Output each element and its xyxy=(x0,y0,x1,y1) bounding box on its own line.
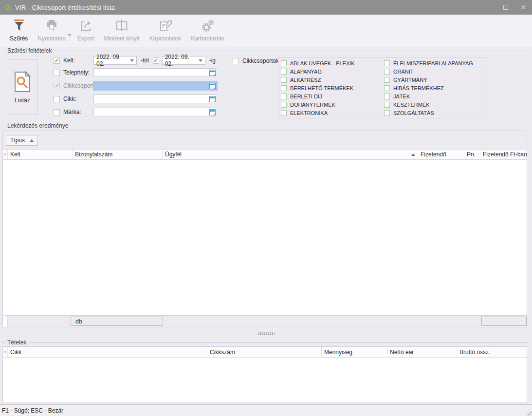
cikk-label: Cikk: xyxy=(63,95,93,102)
filter-row-marka: Márka: xyxy=(54,108,217,116)
results-grid-panel: Típus Kelt Bizonylatszám Ügyfél Fizetend… xyxy=(2,131,527,327)
cikk-input[interactable] xyxy=(93,95,217,103)
option-checkbox[interactable] xyxy=(384,60,390,66)
cikkcsoport-option[interactable]: DOHÁNYTERMÉK xyxy=(281,100,384,109)
toolbar-button-kapcsolatok[interactable]: Kapcsolatok xyxy=(145,17,186,43)
kelt-to-date-value: 2022. 09. 02. xyxy=(165,54,199,67)
cikkcsoport-input[interactable] xyxy=(93,81,217,90)
kelt-checkbox[interactable] xyxy=(54,57,60,64)
group-by-area: Típus xyxy=(3,131,527,149)
option-checkbox[interactable] xyxy=(281,110,287,116)
app-window: { "window": { "title": "VIR - Cikkcsopor… xyxy=(0,0,532,416)
cikkcsoport-option[interactable]: ALKATRÉSZ xyxy=(281,76,384,84)
option-checkbox[interactable] xyxy=(281,77,287,83)
cikkcsoport-option[interactable]: ABLAK ÜVEGEK - PLEXIK xyxy=(281,59,384,67)
cikkcsoport-checkbox[interactable] xyxy=(54,83,60,89)
listaz-button[interactable]: Listáz xyxy=(7,59,38,115)
cikkcsoport-option[interactable]: ELEKTRONIKA xyxy=(281,109,384,117)
status-bar: F1 - Súgó; ESC - Bezár xyxy=(0,404,532,416)
filter-row-cikkcsoportok: Cikkcsoportok: xyxy=(233,57,281,65)
cikkcsoport-option[interactable]: GRÁNIT xyxy=(384,67,487,76)
window-title: VIR - Cikkcsoport értékesítési lista xyxy=(15,4,115,11)
dropdown-arrow-icon xyxy=(199,59,202,62)
option-checkbox[interactable] xyxy=(281,94,287,99)
footer-count-box: db xyxy=(71,317,163,326)
toolbar-button-szures[interactable]: Szűrés xyxy=(5,17,33,43)
print-dropdown-arrow[interactable] xyxy=(68,34,72,37)
option-checkbox[interactable] xyxy=(384,85,390,91)
toolbar-button-mindent-kinyit[interactable]: Mindent kinyit xyxy=(99,17,144,43)
cikkcsoportok-checkbox[interactable] xyxy=(233,58,239,64)
column-header-kelt[interactable]: Kelt xyxy=(8,150,73,159)
cikkcsoport-option[interactable]: KÉSZTERMÉK xyxy=(384,100,487,109)
minimize-button[interactable] xyxy=(479,0,497,15)
column-header-fizetendo-ft-ban[interactable]: Fizetendő Ft-ban xyxy=(480,150,527,159)
group-by-tipus-button[interactable]: Típus xyxy=(6,135,38,146)
row-indicator-header xyxy=(3,150,8,159)
toolbar-button-nyomtatas[interactable]: Nyomtatás xyxy=(33,17,70,43)
cikkcsoport-option[interactable]: BÉRELHETŐ TERMÉKEK xyxy=(281,84,384,92)
cikkcsoportok-list-panel: ABLAK ÜVEGEK - PLEXIK ALAPANYAG ALKATRÉS… xyxy=(278,57,488,118)
marka-checkbox[interactable] xyxy=(54,109,60,115)
results-grid-body[interactable] xyxy=(3,160,527,315)
cikkcsoport-option[interactable]: BÉRLETI DÍJ xyxy=(281,92,384,100)
cikkcsoport-option[interactable]: HIBÁS TERMÉKHEZ xyxy=(384,84,487,92)
column-header-cikkszam[interactable]: Cikkszám xyxy=(207,347,322,357)
column-header-fizetendo[interactable]: Fizetendő xyxy=(418,150,464,159)
sort-asc-icon xyxy=(411,153,415,156)
option-checkbox[interactable] xyxy=(384,102,390,108)
lookup-window-icon xyxy=(209,83,216,89)
cikkcsoport-option[interactable]: GYÁRTMÁNY xyxy=(384,76,487,84)
dropdown-arrow-icon xyxy=(130,59,134,62)
kelt-to-checkbox[interactable] xyxy=(153,57,159,64)
option-checkbox[interactable] xyxy=(281,69,287,75)
list-search-icon xyxy=(14,71,31,93)
details-group-title: Tételek xyxy=(2,339,527,346)
cikkcsoportok-column-2: ÉLELMISZERIPARI ALAPANYAG GRÁNIT GYÁRTMÁ… xyxy=(384,59,487,118)
export-icon xyxy=(79,18,92,34)
column-header-pn[interactable]: Pn. xyxy=(464,150,480,159)
column-header-ugyfel[interactable]: Ügyfél xyxy=(163,150,418,159)
printer-icon xyxy=(45,18,58,34)
column-header-mennyiseg[interactable]: Mennyiség xyxy=(322,347,387,357)
cikkcsoportok-column-1: ABLAK ÜVEGEK - PLEXIK ALAPANYAG ALKATRÉS… xyxy=(281,59,384,118)
footer-indicator-cell xyxy=(3,316,8,327)
option-checkbox[interactable] xyxy=(384,94,390,99)
filter-icon xyxy=(12,18,26,34)
toolbar-button-karbantartas[interactable]: Karbantartás xyxy=(186,17,229,43)
cikkcsoport-option[interactable]: ÉLELMISZERIPARI ALAPANYAG xyxy=(384,59,487,67)
kelt-from-date-value: 2022. 09. 02. xyxy=(96,54,130,67)
option-checkbox[interactable] xyxy=(281,60,287,66)
close-button[interactable]: ✕ xyxy=(514,0,532,15)
column-header-brutto-ossz[interactable]: Bruttó össz. xyxy=(457,347,527,357)
lookup-window-icon xyxy=(209,109,216,115)
column-header-netto-ear[interactable]: Nettó eár xyxy=(387,347,457,357)
maximize-button[interactable] xyxy=(497,0,514,15)
option-checkbox[interactable] xyxy=(281,85,287,91)
gears-icon xyxy=(201,18,215,34)
marka-input[interactable] xyxy=(93,108,217,116)
kelt-to-suffix: -ig xyxy=(209,57,216,64)
column-header-cikk[interactable]: Cikk xyxy=(8,347,207,357)
telephely-input[interactable] xyxy=(93,68,217,77)
cikkcsoport-option[interactable]: ALAPANYAG xyxy=(281,67,384,76)
telephely-label: Telephely: xyxy=(63,69,93,76)
option-checkbox[interactable] xyxy=(384,110,390,116)
cikkcsoport-option[interactable]: SZOLGÁLTATÁS xyxy=(384,109,487,117)
status-text: F1 - Súgó; ESC - Bezár xyxy=(2,407,63,414)
column-header-bizonylatszam[interactable]: Bizonylatszám xyxy=(73,150,163,159)
option-checkbox[interactable] xyxy=(281,102,287,108)
toolbar-button-export[interactable]: Export xyxy=(73,17,99,43)
horizontal-splitter[interactable] xyxy=(0,331,532,337)
marka-label: Márka: xyxy=(63,109,93,115)
option-checkbox[interactable] xyxy=(384,69,390,75)
details-grid-body[interactable] xyxy=(3,358,527,402)
kelt-from-date-dropdown[interactable]: 2022. 09. 02. xyxy=(93,56,137,65)
kelt-to-date-dropdown[interactable]: 2022. 09. 02. xyxy=(162,56,205,65)
cikkcsoport-option[interactable]: JÁTÉK xyxy=(384,92,487,100)
option-checkbox[interactable] xyxy=(384,77,390,83)
cikk-checkbox[interactable] xyxy=(54,96,60,102)
resize-grip[interactable] xyxy=(525,409,532,416)
telephely-checkbox[interactable] xyxy=(54,70,60,76)
splitter-grip-icon xyxy=(258,332,275,335)
